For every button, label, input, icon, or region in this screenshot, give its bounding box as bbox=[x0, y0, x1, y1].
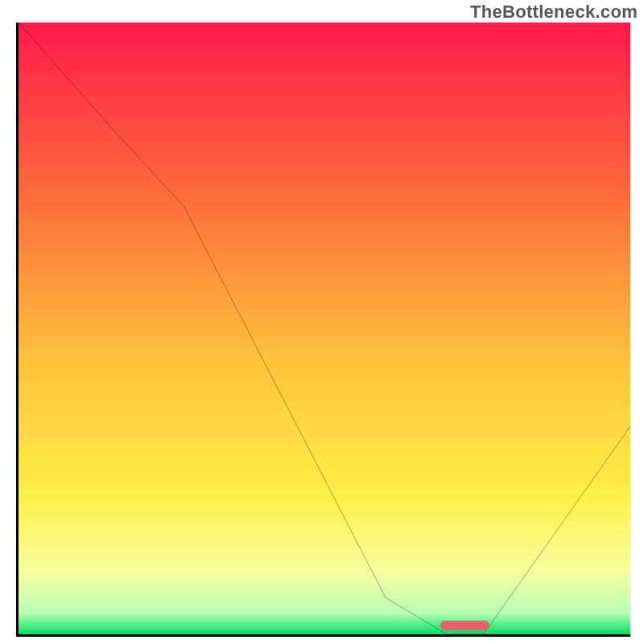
watermark-text: TheBottleneck.com bbox=[470, 2, 638, 23]
chart-frame: TheBottleneck.com bbox=[0, 0, 644, 644]
optimal-range-marker bbox=[440, 621, 489, 630]
bottleneck-curve bbox=[19, 23, 630, 634]
plot-area bbox=[16, 23, 630, 637]
